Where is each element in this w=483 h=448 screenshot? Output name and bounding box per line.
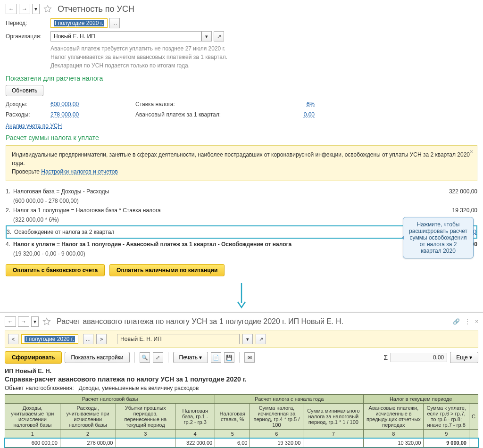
rate-label: Ставка налога:: [135, 101, 258, 108]
income-link[interactable]: 600 000,00: [50, 101, 79, 108]
back-button[interactable]: ←: [6, 4, 17, 14]
nav-dropdown[interactable]: ▾: [32, 4, 40, 14]
save-icon[interactable]: 💾: [224, 352, 234, 363]
back-button-2[interactable]: ←: [5, 316, 16, 327]
org-input-2[interactable]: Новый Е. Н. ИП: [117, 334, 240, 344]
org-open-2[interactable]: ↗: [256, 334, 266, 344]
pay-cash-button[interactable]: Оплатить наличными по квитанции: [109, 264, 225, 276]
advance-label: Авансовый платеж за 1 квартал:: [135, 111, 258, 118]
favorite-icon[interactable]: [43, 5, 52, 13]
pay-bank-button[interactable]: Оплатить с банковского счета: [6, 264, 105, 276]
period-prev-button[interactable]: <: [8, 334, 18, 344]
org-open-button[interactable]: ↗: [214, 31, 224, 41]
period-input[interactable]: I полугодие 2020 г.: [50, 18, 108, 28]
nav-dropdown-2[interactable]: ▾: [31, 316, 39, 327]
more-button[interactable]: Еще ▾: [450, 352, 478, 363]
income-label: Доходы:: [6, 101, 50, 108]
org-dropdown-2[interactable]: ▾: [242, 334, 253, 344]
show-settings-button[interactable]: Показать настройки: [65, 352, 129, 363]
org-dropdown-button[interactable]: ▾: [201, 31, 212, 41]
close-icon[interactable]: ×: [470, 148, 473, 156]
org-input[interactable]: Новый Е. Н. ИП: [50, 31, 201, 41]
sum-sign: Σ: [384, 354, 388, 361]
tax-settings-link[interactable]: Настройки налогов и отчетов: [41, 168, 118, 175]
period-next-button[interactable]: >: [96, 334, 107, 344]
report-title: Справка-расчет авансового платежа по нал…: [5, 375, 478, 383]
section-indicators: Показатели для расчета налога: [6, 75, 477, 82]
arrow-down-icon: [0, 283, 483, 309]
period-label: Период:: [6, 20, 50, 26]
page-title-2: Расчет авансового платежа по налогу УСН …: [57, 317, 343, 326]
print-button[interactable]: Печать ▾: [173, 352, 208, 363]
org-label: Организация:: [6, 33, 50, 40]
expense-link[interactable]: 278 000,00: [50, 111, 79, 118]
page-title: Отчетность по УСН: [58, 4, 134, 14]
link-icon[interactable]: 🔗: [453, 318, 460, 325]
calc-amount-2: 19 320,00: [430, 207, 477, 214]
email-icon[interactable]: ✉: [244, 352, 255, 363]
close-icon-2[interactable]: ×: [475, 318, 478, 325]
favorite-icon-2[interactable]: [42, 317, 51, 326]
table-data-row[interactable]: 600 000,00 278 000,00 322 000,00 6,00 19…: [5, 439, 478, 448]
more-icon[interactable]: ⋮: [465, 318, 470, 325]
analysis-link[interactable]: Анализ учета по УСН: [6, 123, 62, 129]
covid-warning-box: × Индивидуальные предприниматели, заняты…: [6, 145, 477, 181]
form-button[interactable]: Сформировать: [5, 351, 62, 364]
expand-icon[interactable]: ⤢: [153, 352, 163, 363]
refresh-button[interactable]: Обновить: [6, 85, 43, 96]
section-calc: Расчет суммы налога к уплате: [6, 134, 477, 141]
sum-value: 0,00: [391, 353, 447, 362]
period-picker-button[interactable]: …: [109, 18, 120, 28]
info-text: Авансовый платеж требуется уплатить не п…: [50, 44, 286, 70]
callout-tooltip: Нажмите, чтобы расшифровать расчет суммы…: [403, 217, 474, 258]
forward-button-2[interactable]: →: [18, 316, 29, 327]
period-picker-button-2[interactable]: …: [83, 334, 93, 344]
report-table: Расчет налоговой базы Расчет налога с на…: [5, 394, 478, 448]
save-pdf-icon[interactable]: 📄: [211, 352, 221, 363]
calc-amount-1: 322 000,00: [430, 188, 477, 195]
expense-label: Расходы:: [6, 111, 50, 118]
report-object: Объект налогообложения: Доходы, уменьшен…: [5, 385, 478, 391]
report-org: ИП Новый Е. Н.: [5, 367, 478, 374]
advance-link[interactable]: 0,00: [304, 111, 315, 118]
rate-link[interactable]: 6%: [307, 101, 315, 108]
search-icon[interactable]: 🔍: [140, 352, 150, 363]
period-input-2[interactable]: I полугодие 2020 г.: [21, 334, 78, 344]
forward-button[interactable]: →: [19, 4, 30, 14]
